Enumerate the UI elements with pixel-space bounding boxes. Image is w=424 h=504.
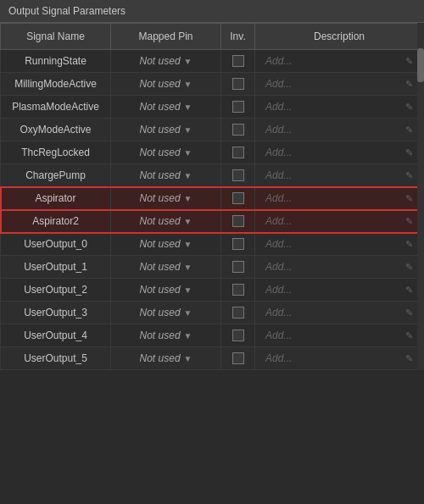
inv-cell[interactable] xyxy=(221,141,255,164)
inv-checkbox[interactable] xyxy=(232,192,244,204)
mapped-pin-cell[interactable]: Not used▼ xyxy=(111,73,221,96)
mapped-pin-cell[interactable]: Not used▼ xyxy=(111,96,221,119)
inv-checkbox[interactable] xyxy=(232,284,244,296)
inv-cell[interactable] xyxy=(221,210,255,233)
description-cell: Add...✎ xyxy=(255,256,424,279)
mapped-pin-cell[interactable]: Not used▼ xyxy=(111,302,221,324)
signal-name-cell: OxyModeActive xyxy=(1,119,111,141)
signal-name-cell: RunningState xyxy=(1,50,111,73)
chevron-down-icon[interactable]: ▼ xyxy=(184,331,192,341)
chevron-down-icon[interactable]: ▼ xyxy=(184,125,192,135)
inv-checkbox[interactable] xyxy=(232,124,244,136)
inv-checkbox[interactable] xyxy=(232,352,244,364)
inv-cell[interactable] xyxy=(221,119,255,141)
table-row: UserOutput_4Not used▼Add...✎ xyxy=(1,324,424,347)
col-header-signal: Signal Name xyxy=(1,24,111,50)
mapped-pin-cell[interactable]: Not used▼ xyxy=(111,141,221,164)
inv-cell[interactable] xyxy=(221,279,255,302)
edit-icon[interactable]: ✎ xyxy=(405,307,413,318)
edit-icon[interactable]: ✎ xyxy=(405,330,413,341)
mapped-pin-cell[interactable]: Not used▼ xyxy=(111,233,221,256)
inv-checkbox[interactable] xyxy=(232,78,244,90)
edit-icon[interactable]: ✎ xyxy=(405,262,413,273)
inv-cell[interactable] xyxy=(221,256,255,279)
scrollbar-track[interactable] xyxy=(417,23,424,370)
inv-cell[interactable] xyxy=(221,164,255,187)
inv-checkbox[interactable] xyxy=(232,215,244,227)
inv-checkbox[interactable] xyxy=(232,101,244,113)
inv-cell[interactable] xyxy=(221,324,255,347)
signal-name-cell: Aspirator2 xyxy=(1,210,111,233)
mapped-pin-cell[interactable]: Not used▼ xyxy=(111,210,221,233)
mapped-pin-cell[interactable]: Not used▼ xyxy=(111,324,221,347)
chevron-down-icon[interactable]: ▼ xyxy=(184,57,192,66)
mapped-pin-value: Not used xyxy=(140,147,181,158)
inv-checkbox[interactable] xyxy=(232,147,244,158)
edit-icon[interactable]: ✎ xyxy=(405,56,413,67)
chevron-down-icon[interactable]: ▼ xyxy=(184,80,192,89)
inv-checkbox[interactable] xyxy=(232,238,244,250)
description-cell: Add...✎ xyxy=(255,119,424,141)
table-row: UserOutput_1Not used▼Add...✎ xyxy=(1,256,424,279)
mapped-pin-cell[interactable]: Not used▼ xyxy=(111,279,221,302)
inv-checkbox[interactable] xyxy=(232,169,244,181)
mapped-pin-cell[interactable]: Not used▼ xyxy=(111,164,221,187)
inv-cell[interactable] xyxy=(221,96,255,119)
inv-cell[interactable] xyxy=(221,347,255,370)
description-placeholder: Add... xyxy=(265,238,292,250)
description-cell: Add...✎ xyxy=(255,233,424,256)
signal-name-cell: UserOutput_4 xyxy=(1,324,111,347)
description-placeholder: Add... xyxy=(265,78,292,90)
edit-icon[interactable]: ✎ xyxy=(405,353,413,364)
col-header-mapped: Mapped Pin xyxy=(111,24,221,50)
signal-table: Signal Name Mapped Pin Inv. Description … xyxy=(0,23,424,370)
scrollbar-thumb[interactable] xyxy=(417,48,424,82)
chevron-down-icon[interactable]: ▼ xyxy=(184,102,192,112)
edit-icon[interactable]: ✎ xyxy=(405,79,413,90)
inv-cell[interactable] xyxy=(221,187,255,210)
description-placeholder: Add... xyxy=(265,124,292,136)
mapped-pin-value: Not used xyxy=(140,55,181,67)
table-row: ChargePumpNot used▼Add...✎ xyxy=(1,164,424,187)
chevron-down-icon[interactable]: ▼ xyxy=(184,217,192,226)
inv-checkbox[interactable] xyxy=(232,330,244,341)
edit-icon[interactable]: ✎ xyxy=(405,193,413,204)
edit-icon[interactable]: ✎ xyxy=(405,102,413,113)
mapped-pin-value: Not used xyxy=(140,215,181,227)
inv-checkbox[interactable] xyxy=(232,307,244,318)
chevron-down-icon[interactable]: ▼ xyxy=(184,285,192,295)
inv-cell[interactable] xyxy=(221,302,255,324)
mapped-pin-cell[interactable]: Not used▼ xyxy=(111,256,221,279)
inv-cell[interactable] xyxy=(221,50,255,73)
chevron-down-icon[interactable]: ▼ xyxy=(184,194,192,203)
edit-icon[interactable]: ✎ xyxy=(405,170,413,181)
inv-cell[interactable] xyxy=(221,73,255,96)
edit-icon[interactable]: ✎ xyxy=(405,147,413,158)
edit-icon[interactable]: ✎ xyxy=(405,216,413,227)
chevron-down-icon[interactable]: ▼ xyxy=(184,308,192,318)
chevron-down-icon[interactable]: ▼ xyxy=(184,354,192,363)
description-cell: Add...✎ xyxy=(255,302,424,324)
table-row: Aspirator2Not used▼Add...✎ xyxy=(1,210,424,233)
mapped-pin-value: Not used xyxy=(140,307,181,318)
description-placeholder: Add... xyxy=(265,192,292,204)
edit-icon[interactable]: ✎ xyxy=(405,285,413,296)
table-row: AspiratorNot used▼Add...✎ xyxy=(1,187,424,210)
inv-cell[interactable] xyxy=(221,233,255,256)
edit-icon[interactable]: ✎ xyxy=(405,125,413,136)
description-cell: Add...✎ xyxy=(255,279,424,302)
mapped-pin-cell[interactable]: Not used▼ xyxy=(111,347,221,370)
mapped-pin-cell[interactable]: Not used▼ xyxy=(111,187,221,210)
description-cell: Add...✎ xyxy=(255,50,424,73)
table-row: UserOutput_3Not used▼Add...✎ xyxy=(1,302,424,324)
inv-checkbox[interactable] xyxy=(232,261,244,273)
chevron-down-icon[interactable]: ▼ xyxy=(184,263,192,272)
mapped-pin-cell[interactable]: Not used▼ xyxy=(111,50,221,73)
inv-checkbox[interactable] xyxy=(232,55,244,67)
chevron-down-icon[interactable]: ▼ xyxy=(184,148,192,158)
mapped-pin-value: Not used xyxy=(140,261,181,273)
edit-icon[interactable]: ✎ xyxy=(405,239,413,250)
chevron-down-icon[interactable]: ▼ xyxy=(184,240,192,249)
chevron-down-icon[interactable]: ▼ xyxy=(184,171,192,180)
mapped-pin-cell[interactable]: Not used▼ xyxy=(111,119,221,141)
